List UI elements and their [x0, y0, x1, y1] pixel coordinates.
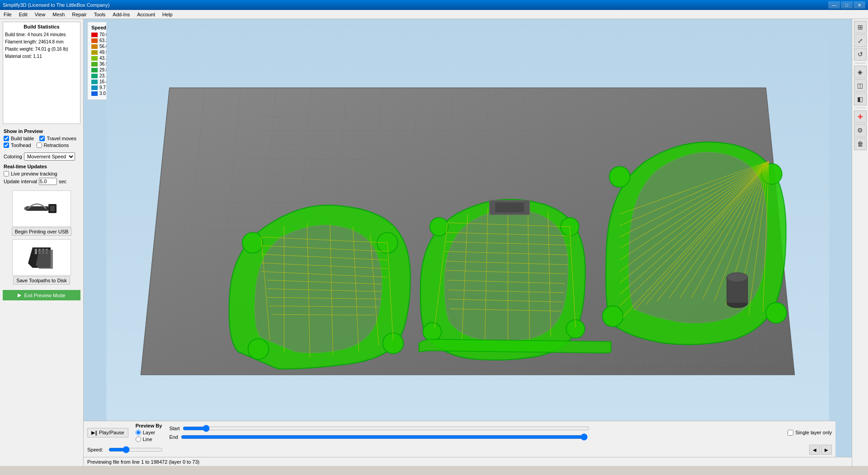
nav-next-button[interactable]: ▶ — [821, 445, 832, 455]
build-table-checkbox[interactable] — [4, 136, 9, 141]
svg-rect-2 — [50, 206, 55, 211]
update-interval-label: Update interval — [4, 179, 37, 184]
rotate-button[interactable]: ↺ — [854, 48, 867, 61]
filament-length: Filament length: 24614.8 mm — [5, 38, 78, 46]
end-slider[interactable] — [181, 433, 588, 441]
usb-print-image — [12, 190, 71, 227]
menu-edit[interactable]: Edit — [15, 11, 31, 18]
update-interval-input[interactable] — [39, 178, 57, 185]
travel-moves-checkbox[interactable] — [39, 136, 45, 141]
shaded-wireframe-button[interactable]: ◧ — [854, 93, 867, 105]
toolhead-checkbox[interactable] — [4, 142, 9, 148]
toolhead-label: Toolhead — [11, 142, 31, 148]
app-title: Simplify3D (Licensed to The LittleBox Co… — [3, 2, 109, 8]
exit-preview-button[interactable]: ▶ Exit Preview Mode — [3, 290, 80, 300]
svg-point-98 — [766, 303, 787, 323]
coloring-select[interactable]: Movement Speed Feature Type Print Speed … — [24, 152, 75, 161]
usb-print-button[interactable]: Begin Printing over USB — [12, 228, 72, 236]
sd-card-button[interactable]: Save Toolpaths to Disk — [13, 276, 70, 285]
svg-point-74 — [423, 323, 442, 341]
travel-moves-label: Travel moves — [47, 136, 76, 141]
sd-card-icon — [26, 245, 57, 270]
build-time: Build time: 4 hours 24 minutes — [5, 31, 78, 38]
line-label: Line — [143, 437, 152, 442]
menubar: File Edit View Mesh Repair Tools Add-Ins… — [0, 10, 868, 19]
menu-view[interactable]: View — [31, 11, 49, 18]
toolhead-row: Toolhead Retractions — [4, 142, 80, 148]
preview-by-section: Preview By Layer Line — [136, 423, 162, 442]
menu-help[interactable]: Help — [159, 11, 176, 18]
zoom-fit-button[interactable]: ⊞ — [854, 21, 867, 33]
statusbar: Previewing file from line 1 to 198472 (l… — [84, 457, 852, 466]
start-slider[interactable] — [183, 425, 590, 432]
wireframe-button[interactable]: ◫ — [854, 79, 867, 92]
retractions-label: Retractions — [44, 142, 69, 148]
build-table-label: Build table — [11, 136, 34, 141]
nav-buttons: ◀ ▶ — [809, 445, 832, 455]
bottom-controls: ▶‖ Play/Pause Preview By Layer Line — [84, 421, 835, 457]
menu-file[interactable]: File — [0, 11, 15, 18]
svg-point-54 — [383, 333, 404, 354]
plastic-weight: Plastic weight: 74.01 g (0.16 lb) — [5, 46, 78, 53]
realtime-title: Real-time Updates — [4, 164, 80, 169]
single-layer-label: Single layer only — [795, 430, 832, 435]
bottom-row2: Speed: ◀ ▶ — [87, 445, 832, 455]
line-radio-row: Line — [136, 437, 162, 442]
menu-tools[interactable]: Tools — [90, 11, 109, 18]
svg-rect-5 — [35, 249, 37, 254]
cross-section-button[interactable]: ✚ — [854, 110, 867, 123]
start-row: Start — [169, 425, 589, 432]
left-panel: Build Statistics Build time: 4 hours 24 … — [0, 19, 84, 466]
build-stats-content: Build time: 4 hours 24 minutes Filament … — [5, 31, 78, 122]
line-radio[interactable] — [136, 437, 141, 442]
svg-point-53 — [248, 339, 269, 360]
viewport[interactable]: Preview Mode Speed (mm/s) 70.063.356.649… — [84, 19, 852, 457]
svg-rect-94 — [495, 203, 524, 213]
viewport-canvas — [84, 19, 852, 421]
settings-button[interactable]: ⚙ — [854, 124, 867, 137]
build-stats-title: Build Statistics — [5, 24, 78, 29]
delete-button[interactable]: 🗑 — [854, 138, 867, 150]
shaded-view-button[interactable]: ◈ — [854, 66, 867, 78]
close-button[interactable]: ✕ — [854, 1, 865, 9]
layer-radio[interactable] — [136, 430, 141, 435]
nav-prev-button[interactable]: ◀ — [809, 445, 820, 455]
main-layout: Build Statistics Build time: 4 hours 24 … — [0, 19, 868, 466]
material-cost: Material cost: 1.11 — [5, 53, 78, 60]
exit-preview-icon: ▶ — [18, 292, 21, 298]
svg-point-95 — [609, 166, 630, 187]
menu-addins[interactable]: Add-Ins — [109, 11, 133, 18]
live-preview-row: Live preview tracking — [4, 171, 80, 176]
single-layer-checkbox[interactable] — [788, 430, 793, 436]
titlebar-controls: — □ ✕ — [828, 1, 865, 9]
end-label: End — [169, 434, 178, 440]
minimize-button[interactable]: — — [828, 1, 840, 9]
start-end-section: Start End — [169, 425, 589, 441]
titlebar: Simplify3D (Licensed to The LittleBox Co… — [0, 0, 868, 10]
live-preview-label: Live preview tracking — [11, 171, 57, 176]
svg-point-75 — [566, 320, 585, 338]
speed-slider[interactable] — [108, 446, 163, 453]
sd-card-image — [12, 239, 71, 276]
live-preview-checkbox[interactable] — [4, 171, 9, 176]
single-layer-section: Single layer only — [788, 430, 832, 436]
preview-by-title: Preview By — [136, 423, 162, 428]
toolbar-separator-2 — [855, 108, 866, 108]
layer-radio-row: Layer — [136, 430, 162, 435]
retractions-checkbox[interactable] — [37, 142, 42, 148]
coloring-row: Coloring Movement Speed Feature Type Pri… — [0, 151, 83, 162]
build-plate-svg — [84, 19, 852, 421]
sd-card-section: Save Toolpaths to Disk — [3, 239, 80, 285]
play-pause-button[interactable]: ▶‖ Play/Pause — [87, 428, 128, 437]
coloring-label: Coloring — [4, 154, 22, 159]
menu-mesh[interactable]: Mesh — [49, 11, 68, 18]
svg-point-97 — [603, 306, 623, 327]
realtime-updates-section: Real-time Updates Live preview tracking … — [0, 162, 83, 187]
menu-repair[interactable]: Repair — [68, 11, 90, 18]
maximize-button[interactable]: □ — [841, 1, 853, 9]
usb-print-section: Begin Printing over USB — [3, 190, 80, 236]
zoom-extent-button[interactable]: ⤢ — [854, 34, 867, 47]
start-label: Start — [169, 426, 179, 431]
menu-account[interactable]: Account — [133, 11, 159, 18]
svg-point-51 — [242, 233, 263, 253]
